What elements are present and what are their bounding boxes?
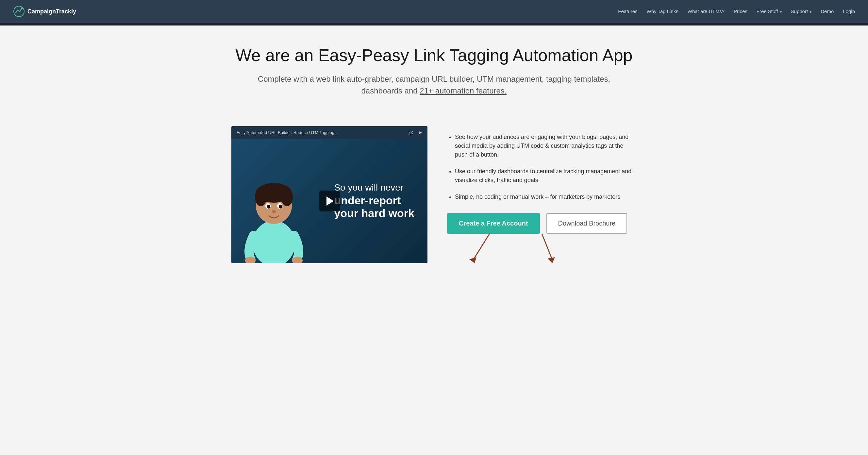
- nav-item-why-tag-links[interactable]: Why Tag Links: [646, 8, 678, 14]
- video-thumbnail[interactable]: So you will never under-report your hard…: [231, 139, 428, 263]
- features-list: See how your audiences are engaging with…: [447, 133, 637, 201]
- arrows-container: [447, 231, 637, 270]
- nav-link-support[interactable]: Support ▾: [791, 8, 812, 14]
- navbar-links: Features Why Tag Links What are UTMs? Pr…: [618, 8, 855, 14]
- hero-subtitle-link[interactable]: 21+ automation features.: [420, 86, 506, 95]
- svg-point-6: [255, 188, 267, 206]
- nav-item-support[interactable]: Support ▾: [791, 8, 812, 14]
- navbar: CampaignTrackly Features Why Tag Links W…: [0, 0, 868, 23]
- nav-link-what-are-utms[interactable]: What are UTMs?: [688, 8, 724, 14]
- svg-point-12: [272, 210, 276, 213]
- feature-item-3: Simple, no coding or manual work – for m…: [455, 192, 637, 201]
- video-overlay-line1: So you will never: [334, 182, 414, 193]
- hero-title: We are an Easy-Peasy Link Tagging Automa…: [26, 45, 842, 65]
- svg-point-1: [21, 7, 23, 9]
- clock-icon: ⏲: [409, 130, 414, 135]
- video-overlay-line2: under-report: [334, 194, 414, 207]
- thin-bar: [0, 23, 868, 26]
- video-container: Fully Automated URL Builder: Reduce UTM …: [231, 126, 428, 263]
- logo-text: CampaignTrackly: [27, 8, 76, 15]
- character-illustration: [241, 158, 307, 263]
- svg-marker-16: [469, 257, 476, 263]
- nav-item-prices[interactable]: Prices: [734, 8, 747, 14]
- share-icon: ➤: [418, 129, 422, 135]
- feature-item-1: See how your audiences are engaging with…: [455, 133, 637, 159]
- svg-point-7: [281, 188, 293, 206]
- hero-section: We are an Easy-Peasy Link Tagging Automa…: [0, 26, 868, 126]
- nav-item-free-stuff[interactable]: Free Stuff ▾: [756, 8, 782, 14]
- video-topbar-icons: ⏲ ➤: [409, 129, 422, 135]
- svg-line-17: [542, 234, 552, 258]
- svg-point-2: [253, 221, 295, 263]
- nav-item-features[interactable]: Features: [618, 8, 637, 14]
- logo-icon: [13, 5, 25, 17]
- logo-link[interactable]: CampaignTrackly: [13, 5, 76, 17]
- nav-link-features[interactable]: Features: [618, 8, 637, 14]
- svg-point-10: [267, 205, 270, 209]
- feature-item-2: Use our friendly dashboards to centraliz…: [455, 167, 637, 185]
- play-button[interactable]: [319, 190, 340, 211]
- nav-link-login[interactable]: Login: [843, 8, 855, 14]
- video-topbar: Fully Automated URL Builder: Reduce UTM …: [231, 126, 428, 139]
- free-stuff-dropdown-arrow: ▾: [780, 10, 782, 14]
- nav-item-what-are-utms[interactable]: What are UTMs?: [688, 8, 724, 14]
- arrow-indicators: [447, 231, 584, 266]
- support-dropdown-arrow: ▾: [810, 10, 811, 14]
- video-title: Fully Automated URL Builder: Reduce UTM …: [237, 130, 338, 135]
- nav-link-free-stuff[interactable]: Free Stuff ▾: [756, 8, 782, 14]
- nav-link-demo[interactable]: Demo: [820, 8, 834, 14]
- right-side: See how your audiences are engaging with…: [447, 126, 637, 270]
- svg-marker-18: [548, 257, 555, 263]
- svg-line-15: [473, 234, 490, 260]
- nav-item-login[interactable]: Login: [843, 8, 855, 14]
- svg-point-11: [279, 205, 282, 209]
- video-overlay-line3: your hard work: [334, 207, 414, 220]
- content-row: Fully Automated URL Builder: Reduce UTM …: [205, 126, 663, 289]
- hero-subtitle: Complete with a web link auto-grabber, c…: [254, 73, 614, 97]
- nav-link-why-tag-links[interactable]: Why Tag Links: [646, 8, 678, 14]
- nav-item-demo[interactable]: Demo: [820, 8, 834, 14]
- video-text-overlay: So you will never under-report your hard…: [334, 182, 414, 220]
- nav-link-prices[interactable]: Prices: [734, 8, 747, 14]
